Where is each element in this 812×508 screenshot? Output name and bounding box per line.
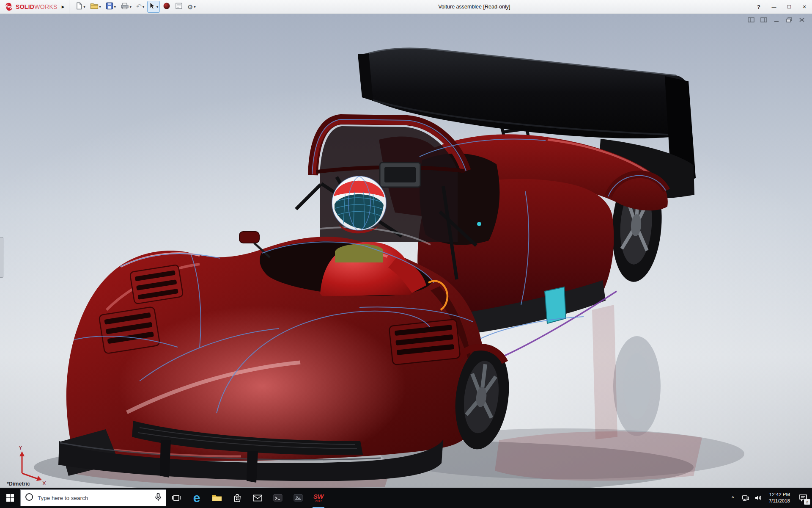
volume-icon[interactable] — [752, 488, 765, 508]
taskbar-file-explorer[interactable] — [207, 488, 227, 508]
title-bar: SOLIDWORKS ▶ ▾ ▾ ▾ ▾ ↶ ▾ — [0, 0, 812, 14]
solidworks-window: SOLIDWORKS ▶ ▾ ▾ ▾ ▾ ↶ ▾ — [0, 0, 812, 508]
open-folder-icon — [90, 2, 99, 11]
chevron-down-icon[interactable]: ▾ — [84, 5, 85, 9]
save-floppy-icon — [106, 2, 113, 11]
microphone-icon[interactable] — [154, 493, 162, 503]
open-button[interactable]: ▾ — [88, 1, 103, 13]
chevron-down-icon[interactable]: ▾ — [143, 5, 144, 9]
new-document-icon — [75, 2, 83, 11]
help-button[interactable]: ? — [751, 4, 766, 10]
clock-time: 12:42 PM — [769, 491, 790, 498]
document-title: Voiture assemblee [Read-only] — [198, 4, 751, 10]
material-ball-icon — [163, 2, 170, 11]
console-icon — [273, 493, 283, 502]
menu-flyout-arrow[interactable]: ▶ — [59, 0, 69, 14]
triad-y-label: Y — [19, 444, 22, 451]
select-tool-button[interactable]: ▾ — [147, 1, 160, 13]
notification-badge: 2 — [804, 499, 810, 505]
taskbar-solidworks[interactable]: SW2017 — [308, 488, 329, 508]
louver-panel-right[interactable] — [389, 319, 461, 365]
print-button[interactable]: ▾ — [119, 1, 133, 13]
chevron-down-icon[interactable]: ▾ — [156, 5, 158, 9]
close-button[interactable]: ✕ — [797, 0, 812, 14]
taskbar-search[interactable] — [20, 489, 166, 506]
options-button[interactable]: ⚙ ▾ — [186, 1, 197, 13]
cortana-icon[interactable] — [25, 492, 34, 503]
doc-minimize-icon[interactable] — [773, 17, 780, 23]
store-bag-icon — [233, 493, 241, 502]
minimize-button[interactable]: — — [766, 0, 782, 14]
louver-panel-left-upper[interactable] — [130, 265, 183, 304]
tile-left-icon[interactable] — [748, 17, 754, 23]
taskbar-console[interactable] — [268, 488, 288, 508]
windows-logo-icon — [6, 494, 14, 502]
drawing-sheet-icon — [175, 2, 183, 11]
triad-x-label: X — [42, 480, 46, 486]
view-orientation-label: *Dimetric — [7, 481, 30, 487]
doc-close-icon[interactable] — [798, 17, 805, 23]
doc-restore-icon[interactable] — [786, 17, 793, 23]
gear-icon: ⚙ — [187, 4, 193, 10]
chevron-down-icon[interactable]: ▾ — [99, 5, 101, 9]
network-icon[interactable] — [739, 488, 752, 508]
3d-scene[interactable]: Y X — [0, 14, 812, 488]
window-controls: ? — ☐ ✕ — [751, 0, 812, 14]
windows-taskbar: e — [0, 488, 812, 508]
taskbar-store[interactable] — [227, 488, 247, 508]
quick-access-toolbar: ▾ ▾ ▾ ▾ ↶ ▾ ▾ — [69, 1, 198, 13]
tile-right-icon[interactable] — [760, 17, 767, 23]
graphics-viewport[interactable]: Y X *Dimetric — [0, 14, 812, 488]
panel-splitter-handle[interactable] — [0, 237, 3, 278]
taskbar-mail[interactable] — [247, 488, 268, 508]
start-button[interactable] — [0, 488, 20, 508]
maximize-button[interactable]: ☐ — [782, 0, 797, 14]
system-tray: ^ 12:42 PM 7/11/2018 2 — [727, 488, 812, 508]
undo-icon: ↶ — [136, 3, 142, 10]
ds-swirl-icon — [4, 2, 14, 11]
intake-box — [380, 163, 420, 187]
print-icon — [121, 2, 129, 11]
edge-icon: e — [193, 491, 200, 504]
folder-icon — [212, 494, 222, 502]
cursor-arrow-icon — [149, 2, 156, 11]
hidden-icons-chevron[interactable]: ^ — [727, 488, 739, 508]
task-view-icon — [172, 494, 181, 502]
clock-date: 7/11/2018 — [769, 498, 790, 504]
action-center-button[interactable]: 2 — [794, 488, 812, 508]
photo-viewer-icon — [294, 493, 303, 502]
drawing-sheet-button[interactable] — [173, 1, 184, 13]
task-view-button[interactable] — [166, 488, 187, 508]
brand-text: SOLIDWORKS — [16, 3, 58, 10]
appearance-button[interactable] — [161, 1, 172, 13]
undo-button[interactable]: ↶ ▾ — [134, 1, 146, 13]
taskbar-clock[interactable]: 12:42 PM 7/11/2018 — [765, 491, 794, 504]
chevron-down-icon[interactable]: ▾ — [130, 5, 132, 9]
taskbar-edge[interactable]: e — [187, 488, 207, 508]
louver-panel-left-lower[interactable] — [99, 306, 160, 354]
search-input[interactable] — [37, 494, 151, 502]
collar — [335, 244, 383, 262]
taskbar-media-viewer[interactable] — [288, 488, 308, 508]
mail-envelope-icon — [253, 494, 262, 502]
new-document-button[interactable]: ▾ — [74, 1, 87, 13]
save-button[interactable]: ▾ — [104, 1, 118, 13]
solidworks-app-icon: SW2017 — [313, 493, 324, 502]
document-window-controls — [748, 17, 805, 23]
chevron-down-icon[interactable]: ▾ — [194, 5, 196, 9]
solidworks-logo: SOLIDWORKS — [0, 0, 59, 14]
chevron-down-icon[interactable]: ▾ — [114, 5, 116, 9]
